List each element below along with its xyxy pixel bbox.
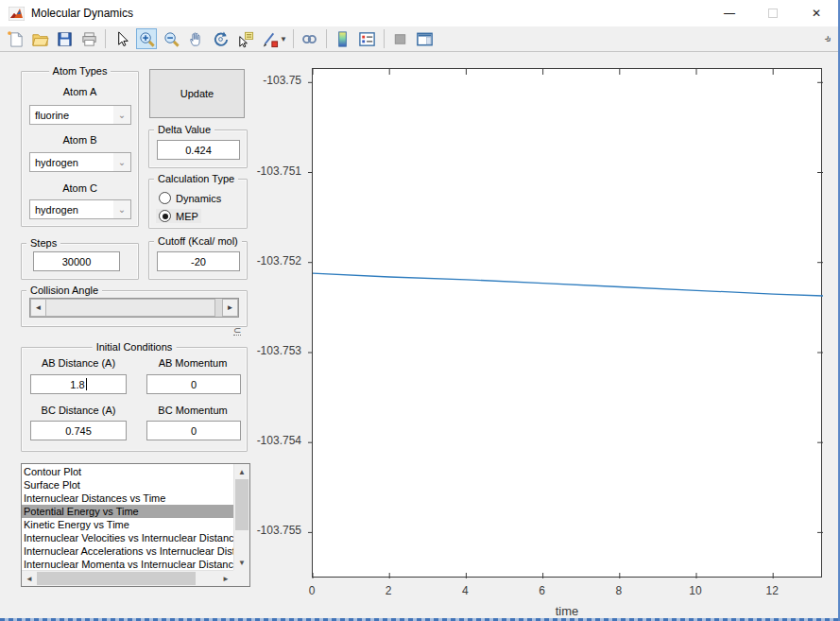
text-caret [86, 378, 87, 390]
y-tick-label: -103.752 [257, 254, 301, 267]
toolbar-separator [326, 29, 327, 48]
molecular-dynamics-window: Molecular Dynamics — ✕ [0, 0, 840, 621]
radio-dynamics-label: Dynamics [176, 193, 221, 204]
save-figure-button[interactable] [54, 28, 75, 49]
y-tick-label: -103.755 [257, 524, 301, 537]
brush-dropdown-caret[interactable]: ▼ [280, 35, 287, 43]
link-plot-button[interactable] [300, 28, 320, 49]
figure-toolbar: ▼ [0, 26, 838, 52]
insert-colorbar-button[interactable] [333, 28, 353, 49]
radio-mep-label: MEP [176, 211, 198, 222]
slider-thumb[interactable] [46, 299, 215, 317]
maximize-icon [768, 9, 778, 18]
atom-b-dropdown[interactable]: hydrogen ⌄ [29, 152, 131, 172]
list-item[interactable]: Internuclear Velocities vs Internuclear … [22, 531, 233, 544]
bc-distance-label: BC Distance (A) [29, 405, 128, 416]
pan-button[interactable] [185, 28, 206, 49]
bc-distance-field[interactable]: 0.745 [30, 421, 127, 440]
save-floppy-icon [56, 30, 74, 48]
new-figure-icon [7, 30, 25, 48]
close-button[interactable]: ✕ [795, 0, 838, 26]
collision-angle-slider[interactable]: ◄ ► [29, 298, 239, 318]
y-tick-label: -103.75 [263, 74, 301, 87]
y-tick-label: -103.753 [257, 344, 301, 357]
printer-icon [80, 30, 98, 48]
list-item[interactable]: Potential Energy vs Time [22, 505, 233, 518]
atom-a-dropdown[interactable]: fluorine ⌄ [29, 105, 131, 125]
colorbar-icon [334, 30, 351, 48]
open-file-button[interactable] [29, 28, 50, 49]
plot-area[interactable] [312, 68, 822, 578]
x-tick-label: 0 [309, 584, 316, 597]
matlab-figure-icon [9, 7, 25, 21]
legend-icon [358, 30, 376, 48]
y-tick-label: -103.754 [257, 434, 301, 447]
list-item[interactable]: Internuclear Accelerations vs Internucle… [22, 544, 233, 558]
show-plot-tools-icon [416, 30, 434, 48]
toolbar-overflow-chevron[interactable]: » [822, 31, 834, 43]
plot-type-listbox: Contour PlotSurface PlotInternuclear Dis… [21, 463, 250, 587]
brush-icon [261, 30, 279, 48]
x-axis-tick-labels: 024681012 [312, 584, 822, 599]
hide-plot-tools-button[interactable] [390, 28, 411, 49]
toolbar-separator [293, 29, 294, 48]
brush-data-button[interactable] [259, 28, 280, 49]
panel-title: Collision Angle [26, 285, 102, 296]
x-tick-label: 6 [539, 584, 545, 597]
scroll-left-icon[interactable]: ◄ [22, 571, 37, 586]
show-plot-tools-button[interactable] [415, 28, 436, 49]
toolbar-separator [384, 29, 385, 48]
atom-c-dropdown[interactable]: hydrogen ⌄ [29, 199, 131, 219]
insert-legend-button[interactable] [357, 28, 378, 49]
edit-plot-button[interactable] [111, 28, 132, 49]
x-tick-label: 8 [615, 584, 622, 597]
list-item[interactable]: Kinetic Energy vs Time [22, 518, 233, 531]
panel-title: Delta Value [154, 124, 214, 135]
data-cursor-button[interactable] [234, 28, 255, 49]
panel-title: Initial Conditions [93, 341, 177, 353]
data-cursor-icon [236, 30, 254, 48]
link-chain-icon [300, 30, 318, 48]
scrollbar-track[interactable] [196, 571, 218, 586]
radio-dynamics[interactable]: Dynamics [156, 191, 224, 205]
slider-left-arrow[interactable]: ◄ [30, 299, 46, 317]
pointer-arrow-icon [113, 30, 131, 48]
zoom-in-button[interactable] [136, 28, 157, 49]
y-axis-tick-labels: -103.75-103.751-103.752-103.753-103.754-… [221, 68, 306, 578]
toolbar-separator [105, 29, 106, 48]
rotate-3d-button[interactable] [210, 28, 231, 49]
new-figure-button[interactable] [5, 28, 26, 49]
ab-distance-field[interactable]: 1.8 [30, 374, 127, 394]
zoom-in-icon [138, 30, 156, 48]
x-tick-label: 12 [766, 584, 779, 597]
scrollbar-thumb[interactable] [37, 572, 196, 585]
x-tick-label: 10 [689, 584, 701, 597]
zoom-out-button[interactable] [161, 28, 181, 49]
ab-distance-label: AB Distance (A) [29, 357, 128, 369]
list-item[interactable]: Surface Plot [22, 478, 233, 492]
x-tick-label: 2 [386, 584, 392, 597]
potential-energy-plot [313, 69, 823, 578]
atom-a-label: Atom A [22, 86, 138, 97]
atom-types-panel: Atom Types Atom A fluorine ⌄ Atom B hydr… [21, 71, 139, 227]
steps-field[interactable]: 30000 [33, 251, 120, 271]
hide-plot-tools-icon [391, 30, 409, 48]
window-title: Molecular Dynamics [31, 7, 133, 20]
open-folder-icon [31, 30, 49, 48]
chevron-down-icon: ⌄ [113, 153, 130, 171]
x-axis-label: time [312, 604, 822, 618]
initial-conditions-panel: Initial Conditions AB Distance (A) AB Mo… [21, 347, 248, 452]
list-item[interactable]: Internuclear Distances vs Time [22, 492, 233, 505]
figure-canvas: Atom Types Atom A fluorine ⌄ Atom B hydr… [0, 52, 838, 618]
radio-mep[interactable]: MEP [156, 209, 201, 223]
atom-b-label: Atom B [22, 134, 138, 146]
print-figure-button[interactable] [78, 28, 99, 49]
list-item[interactable]: Contour Plot [22, 465, 233, 478]
atom-c-value: hydrogen [30, 204, 113, 216]
horizontal-scrollbar[interactable]: ◄ ► [22, 570, 233, 586]
atom-a-value: fluorine [30, 110, 113, 121]
list-item[interactable]: Internuclear Momenta vs Internuclear Dis… [22, 558, 233, 570]
atom-b-value: hydrogen [30, 157, 113, 168]
minimize-button[interactable]: — [708, 0, 751, 26]
panel-title: Atom Types [49, 65, 111, 77]
